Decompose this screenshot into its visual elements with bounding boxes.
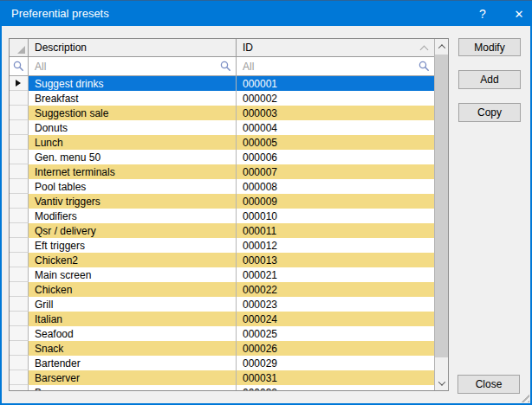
column-header-id-label: ID — [243, 42, 253, 54]
row-id: 000010 — [237, 209, 434, 223]
table-row[interactable]: Chicken2 000013 — [10, 253, 434, 267]
table-row[interactable]: Suggestion sale 000003 — [10, 106, 434, 120]
table-row[interactable]: Breakfast 000002 — [10, 91, 434, 106]
row-indicator-cell — [10, 370, 29, 385]
row-description: Snack — [29, 341, 237, 356]
row-indicator-cell — [10, 135, 29, 150]
table-row[interactable]: Seafood 000025 — [10, 326, 434, 341]
row-description: Chicken — [29, 282, 237, 297]
column-header-description[interactable]: Description — [29, 39, 237, 56]
row-description: Breakfast — [29, 91, 237, 106]
filter-description-value: All — [35, 61, 46, 73]
row-id: 000009 — [237, 194, 434, 209]
scroll-down-icon — [438, 378, 444, 385]
row-indicator-cell — [10, 223, 29, 238]
row-indicator-cell — [10, 179, 29, 194]
column-header-id[interactable]: ID — [237, 39, 434, 56]
row-id: 000025 — [237, 326, 434, 341]
grid-filter-row: All All — [10, 57, 434, 76]
row-indicator-cell — [10, 76, 29, 91]
table-row[interactable]: Bartender 000029 — [10, 356, 434, 370]
row-indicator-cell — [10, 282, 29, 297]
row-indicator-cell — [10, 326, 29, 341]
row-indicator-cell — [10, 106, 29, 120]
table-row[interactable]: Grill 000023 — [10, 297, 434, 312]
row-indicator-cell — [10, 356, 29, 370]
row-id: 000013 — [237, 253, 434, 267]
row-description: Gen. menu 50 — [29, 150, 237, 164]
filter-id-input[interactable]: All — [237, 57, 434, 75]
row-description: Modifiers — [29, 209, 237, 223]
row-indicator-cell — [10, 238, 29, 253]
close-button[interactable]: Close — [457, 375, 520, 394]
table-row[interactable]: Eft triggers 000012 — [10, 238, 434, 253]
modify-button[interactable]: Modify — [458, 38, 521, 56]
title-bar: Preferential presets ? ✕ — [0, 0, 532, 26]
table-row[interactable]: Pool tables 000008 — [10, 179, 434, 194]
table-row[interactable]: Chicken 000022 — [10, 282, 434, 297]
scroll-up-button[interactable] — [435, 39, 448, 54]
scrollbar-thumb[interactable] — [435, 55, 448, 357]
vertical-scrollbar[interactable] — [434, 39, 448, 390]
close-window-button[interactable]: ✕ — [506, 1, 532, 27]
row-description: Internet terminals — [29, 164, 237, 179]
row-id: 000001 — [237, 76, 434, 91]
table-row[interactable]: Suggest drinks 000001 — [10, 76, 434, 91]
row-id: 000026 — [237, 341, 434, 356]
row-id: 000007 — [237, 164, 434, 179]
row-indicator-cell — [10, 120, 29, 135]
row-indicator-cell — [10, 164, 29, 179]
sort-ascending-icon — [420, 46, 429, 55]
row-indicator-cell — [10, 297, 29, 312]
scroll-down-button[interactable] — [435, 376, 448, 390]
row-id: 000012 — [237, 238, 434, 253]
table-row[interactable]: Modifiers 000010 — [10, 209, 434, 223]
table-row[interactable]: Lunch 000005 — [10, 135, 434, 150]
filter-id-value: All — [243, 61, 254, 73]
table-row[interactable]: Vantiv triggers 000009 — [10, 194, 434, 209]
row-id: 000031 — [237, 370, 434, 385]
magnifier-icon — [418, 61, 430, 72]
row-description: Seafood — [29, 326, 237, 341]
grid-header-row: Description ID — [10, 39, 434, 57]
row-indicator-cell — [10, 341, 29, 356]
table-row[interactable]: Internet terminals 000007 — [10, 164, 434, 179]
filter-description-input[interactable]: All — [29, 57, 237, 75]
table-row[interactable]: Gen. menu 50 000006 — [10, 150, 434, 164]
row-id: 000024 — [237, 312, 434, 326]
add-button[interactable]: Add — [458, 70, 521, 89]
copy-button[interactable]: Copy — [458, 103, 521, 122]
row-description: Italian — [29, 312, 237, 326]
row-description: Suggestion sale — [29, 106, 237, 120]
filter-indicator-cell[interactable] — [10, 57, 29, 75]
help-icon: ? — [479, 7, 486, 21]
row-id: 000008 — [237, 179, 434, 194]
table-row[interactable]: Barserver 000031 — [10, 370, 434, 385]
row-description: Beers — [29, 385, 237, 390]
row-description: Eft triggers — [29, 238, 237, 253]
magnifier-icon — [220, 61, 231, 72]
help-button[interactable]: ? — [464, 1, 501, 27]
row-id: 000011 — [237, 223, 434, 238]
row-description: Chicken2 — [29, 253, 237, 267]
dialog-preferential-presets: Preferential presets ? ✕ Description ID — [0, 0, 532, 405]
table-row[interactable]: Italian 000024 — [10, 312, 434, 326]
magnifier-icon — [13, 61, 24, 72]
row-id: 000032 — [237, 385, 434, 390]
row-id: 000021 — [237, 267, 434, 282]
table-row[interactable]: Snack 000026 — [10, 341, 434, 356]
select-all-corner[interactable] — [10, 39, 29, 56]
table-row[interactable]: Main screen 000021 — [10, 267, 434, 282]
corner-triangle-icon — [17, 46, 25, 54]
row-id: 000003 — [237, 106, 434, 120]
table-row[interactable]: Qsr / delivery 000011 — [10, 223, 434, 238]
table-row[interactable]: Donuts 000004 — [10, 120, 434, 135]
table-row[interactable]: Beers 000032 — [10, 385, 434, 390]
row-description: Lunch — [29, 135, 237, 150]
grid-rows: Suggest drinks 000001 Breakfast 000002 S… — [10, 76, 434, 390]
row-id: 000002 — [237, 91, 434, 106]
row-description: Bartender — [29, 356, 237, 370]
row-indicator-cell — [10, 385, 29, 390]
current-row-arrow-icon — [16, 80, 21, 87]
close-icon: ✕ — [515, 8, 524, 21]
